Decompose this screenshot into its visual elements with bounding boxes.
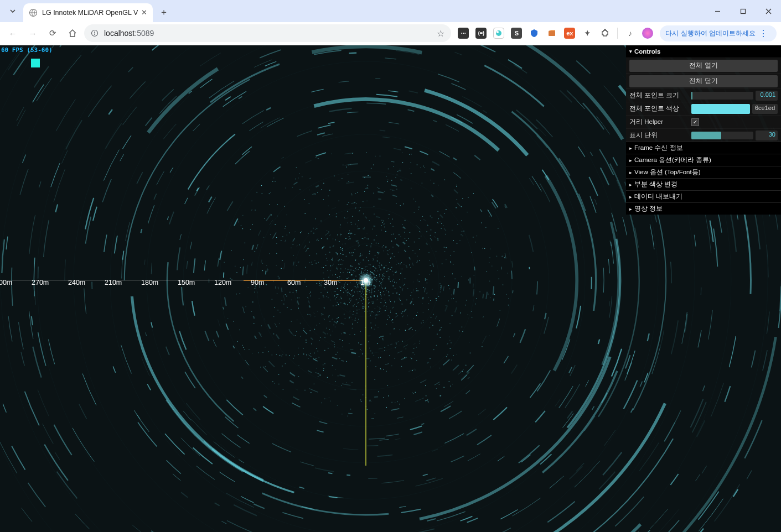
svg-rect-1130 <box>324 350 325 351</box>
point-size-value[interactable]: 0.001 <box>756 91 778 101</box>
svg-rect-135 <box>387 181 388 182</box>
new-tab-button[interactable]: ＋ <box>156 5 172 20</box>
svg-rect-394 <box>379 267 380 267</box>
svg-rect-548 <box>420 343 420 343</box>
svg-rect-980 <box>366 267 367 267</box>
address-bar[interactable]: localhost:5089 ☆ <box>84 24 451 42</box>
panel-title[interactable]: ▾ Controls <box>626 45 781 58</box>
open-all-button[interactable]: 전체 열기 <box>629 60 778 72</box>
site-info-icon[interactable] <box>91 29 99 37</box>
svg-rect-32 <box>345 319 345 319</box>
tab-search-button[interactable] <box>4 3 21 19</box>
distance-helper-checkbox[interactable]: ✓ <box>691 118 699 126</box>
panel-folder[interactable]: ▸영상 정보 <box>626 202 781 215</box>
panel-folder[interactable]: ▸부분 색상 변경 <box>626 178 781 190</box>
display-unit-value[interactable]: 30 <box>756 131 778 140</box>
svg-rect-312 <box>341 323 342 324</box>
update-notification[interactable]: 다시 실행하여 업데이트하세요 ⋮ <box>660 25 777 41</box>
svg-rect-1358 <box>341 234 342 234</box>
extension-icon[interactable]: S <box>511 28 522 39</box>
extension-icon[interactable] <box>546 28 557 39</box>
extension-icon[interactable]: ··· <box>458 28 469 39</box>
point-size-slider[interactable] <box>691 92 753 100</box>
lidar-viewport[interactable]: 60 FPS (53-60) 300m270m240m210m180m150m1… <box>0 45 781 532</box>
svg-rect-49 <box>489 262 489 263</box>
panel-folder[interactable]: ▸View 옵션 (Top/Font등) <box>626 166 781 178</box>
pin-icon[interactable] <box>582 28 593 39</box>
svg-rect-150 <box>439 368 440 368</box>
svg-rect-1367 <box>387 251 388 251</box>
display-unit-slider[interactable] <box>691 132 753 139</box>
svg-rect-1218 <box>324 399 325 399</box>
media-control-icon[interactable]: ♪ <box>624 28 635 39</box>
browser-menu-icon[interactable]: ⋮ <box>756 28 771 39</box>
svg-rect-624 <box>506 294 507 295</box>
svg-rect-993 <box>318 262 319 263</box>
maximize-button[interactable] <box>730 2 756 20</box>
svg-rect-97 <box>391 257 391 257</box>
svg-rect-1339 <box>488 294 488 294</box>
svg-rect-534 <box>313 228 313 228</box>
svg-rect-1264 <box>412 392 412 393</box>
svg-rect-713 <box>418 238 419 239</box>
svg-rect-947 <box>481 222 482 223</box>
extension-icon[interactable]: (=) <box>475 28 487 39</box>
point-color-swatch[interactable] <box>691 104 750 114</box>
panel-folder[interactable]: ▸Frame 수신 정보 <box>626 142 781 154</box>
svg-rect-960 <box>309 242 309 242</box>
svg-rect-376 <box>379 357 379 358</box>
point-color-hex[interactable]: 6ce1ed <box>752 104 778 114</box>
svg-rect-1182 <box>443 225 443 226</box>
svg-rect-565 <box>316 263 317 263</box>
home-button[interactable] <box>64 25 81 41</box>
panel-folder[interactable]: ▸Camera 옵션(카메라 종류) <box>626 154 781 166</box>
svg-rect-254 <box>370 362 370 362</box>
svg-rect-844 <box>403 204 404 204</box>
svg-rect-619 <box>320 337 321 337</box>
svg-rect-628 <box>353 270 354 270</box>
svg-rect-1229 <box>347 416 348 416</box>
profile-avatar[interactable] <box>642 28 653 39</box>
svg-rect-1251 <box>318 377 318 377</box>
bookmark-icon[interactable]: ☆ <box>437 28 444 39</box>
svg-rect-798 <box>252 353 252 353</box>
svg-rect-895 <box>277 205 278 205</box>
svg-rect-1083 <box>242 228 243 229</box>
close-tab-icon[interactable]: ✕ <box>141 8 147 17</box>
svg-rect-461 <box>348 174 348 175</box>
svg-rect-823 <box>289 281 290 281</box>
svg-rect-976 <box>400 287 401 288</box>
svg-rect-1270 <box>371 272 372 273</box>
extension-icon[interactable]: ex <box>564 28 575 39</box>
svg-rect-284 <box>310 292 311 293</box>
close-all-button[interactable]: 전체 닫기 <box>629 75 778 87</box>
minimize-button[interactable] <box>705 2 730 20</box>
svg-rect-2 <box>741 9 745 13</box>
svg-rect-675 <box>366 257 367 258</box>
svg-rect-1250 <box>490 298 490 298</box>
svg-rect-1031 <box>341 259 342 260</box>
toolbar-divider <box>617 28 618 39</box>
svg-rect-1179 <box>376 243 376 243</box>
svg-rect-780 <box>333 375 333 375</box>
svg-rect-532 <box>415 330 416 331</box>
forward-button[interactable]: → <box>24 25 41 41</box>
svg-rect-212 <box>410 169 410 169</box>
svg-rect-364 <box>364 178 365 178</box>
svg-rect-1402 <box>395 177 396 178</box>
extensions-menu-icon[interactable] <box>599 28 611 39</box>
svg-rect-1372 <box>401 313 401 314</box>
close-window-button[interactable] <box>756 2 781 20</box>
extension-icon[interactable] <box>493 28 504 39</box>
svg-rect-1225 <box>384 191 385 191</box>
svg-rect-1283 <box>354 279 354 280</box>
svg-rect-1090 <box>255 251 255 252</box>
panel-folder[interactable]: ▸데이터 내보내기 <box>626 190 781 202</box>
browser-tab[interactable]: LG Innotek MLiDAR OpenGL V ✕ <box>23 3 153 22</box>
extension-icon[interactable] <box>529 28 540 39</box>
svg-rect-10 <box>549 31 555 36</box>
svg-rect-271 <box>358 342 359 343</box>
back-button[interactable]: ← <box>4 25 21 41</box>
reload-button[interactable]: ⟳ <box>44 25 61 41</box>
svg-rect-730 <box>375 280 375 280</box>
